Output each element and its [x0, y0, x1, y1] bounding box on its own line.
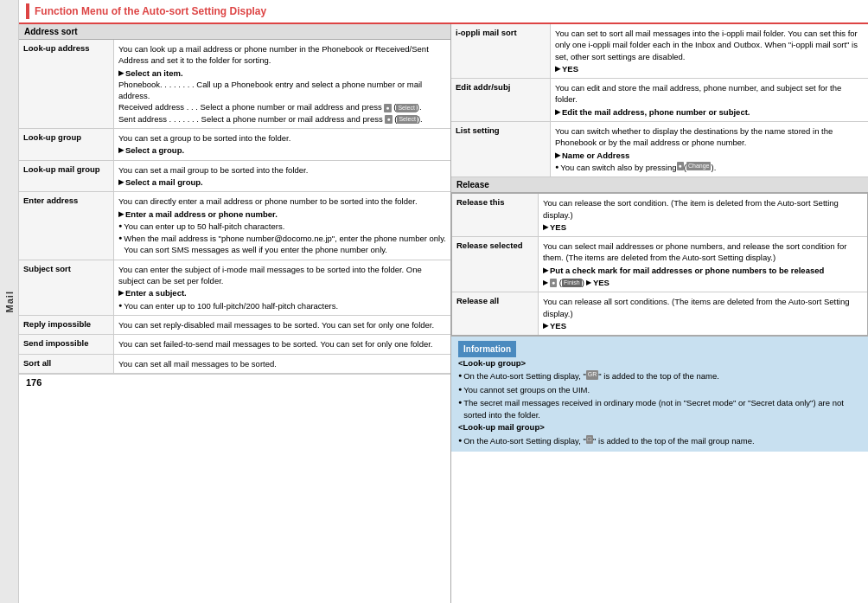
release-table: Release this You can release the sort co…: [451, 193, 868, 336]
table-row: i-oppli mail sort You can set to sort al…: [451, 24, 868, 79]
entry-content-send-impossible: You can set failed-to-send mail messages…: [114, 335, 450, 353]
right-column: i-oppli mail sort You can set to sort al…: [451, 24, 868, 603]
action-yes-release-all: YES: [543, 320, 863, 331]
action-select-group: Select a group.: [118, 144, 446, 156]
info-bullet-gr: On the Auto-sort Setting display, "GR" i…: [458, 370, 861, 382]
received-addr-text: Received address . . . Select a phone nu…: [118, 102, 422, 112]
table-row: Enter address You can directly enter a m…: [19, 192, 450, 260]
action-yes-ioppli: YES: [555, 63, 864, 74]
info-subheader-lookup-mailgroup: <Look-up mail group>: [458, 422, 545, 432]
entry-content-list-setting: You can switch whether to display the de…: [551, 122, 868, 176]
action-edit-mailaddr: Edit the mail address, phone number or s…: [555, 106, 864, 118]
select-button-icon: ●: [384, 104, 391, 112]
address-sort-header: Address sort: [19, 24, 450, 40]
action-name-or-address: Name or Address: [555, 150, 864, 161]
bullet-icon: ●: [550, 279, 557, 287]
info-bullet-mailgroup: On the Auto-sort Setting display, "□" is…: [458, 435, 861, 447]
action-select-item: Select an item.: [118, 67, 446, 79]
entry-label-enter-address: Enter address: [19, 192, 114, 259]
entry-label-edit-addr: Edit addr/subj: [451, 79, 551, 121]
entry-content-enter-address: You can directly enter a mail address or…: [114, 192, 450, 259]
info-box: Information <Look-up group> On the Auto-…: [451, 336, 868, 452]
finish-label-icon: Finish: [562, 279, 582, 287]
sent-addr-text: Sent address . . . . . . . Select a phon…: [118, 114, 423, 124]
release-label-all: Release all: [452, 292, 539, 335]
release-content-selected: You can select mail addresses or phone n…: [539, 237, 867, 292]
table-row: Reply impossible You can set reply-disab…: [19, 316, 450, 335]
entry-content-sort-all: You can set all mail messages to be sort…: [114, 355, 450, 373]
columns: Address sort Look-up address You can loo…: [19, 24, 868, 603]
table-row: Edit addr/subj You can edit and store th…: [451, 79, 868, 122]
entry-content-lookup-mailgroup: You can set a mail group to be sorted in…: [114, 161, 450, 192]
sidebar: Mail: [0, 0, 19, 603]
action-yes-release-this: YES: [543, 221, 863, 233]
select-button-icon2: ●: [385, 115, 392, 124]
table-row: Look-up mail group You can set a mail gr…: [19, 161, 450, 193]
bullet-halfpitch: You can enter up to 50 half-pitch charac…: [118, 221, 446, 232]
table-row: Release all You can release all sort con…: [452, 292, 867, 335]
table-row: Send impossible You can set failed-to-se…: [19, 335, 450, 354]
finish-action-line: ▶ ● (Finish) ▶ YES: [543, 277, 610, 288]
entry-label-lookup-mailgroup: Look-up mail group: [19, 161, 114, 192]
table-row: List setting You can switch whether to d…: [451, 122, 868, 177]
entry-content-reply-impossible: You can set reply-disabled mail messages…: [114, 316, 450, 334]
table-row: Release this You can release the sort co…: [452, 194, 867, 237]
info-header: Information: [458, 341, 516, 357]
camera-icon: ●: [677, 162, 684, 170]
entry-content-lookup-group: You can set a group to be sorted into th…: [114, 129, 450, 160]
release-content-all: You can release all sort conditions. (Th…: [539, 292, 867, 335]
action-enter-mailaddr: Enter a mail address or phone number.: [118, 208, 446, 220]
phonebook-text: Phonebook. . . . . . . . Call up a Phone…: [118, 80, 422, 100]
page-number: 176: [19, 374, 450, 390]
entry-label-reply-impossible: Reply impossible: [19, 316, 114, 334]
table-row: Sort all You can set all mail messages t…: [19, 355, 450, 374]
mailgroup-icon: □: [586, 435, 593, 445]
release-content-this: You can release the sort condition. (The…: [539, 194, 867, 236]
table-row: Release selected You can select mail add…: [452, 237, 867, 292]
action-select-mailgroup: Select a mail group.: [118, 176, 446, 188]
bullet-change: You can switch also by pressing ● (Chang…: [555, 162, 864, 173]
entry-content-ioppli: You can set to sort all mail messages in…: [551, 24, 868, 78]
left-column: Address sort Look-up address You can loo…: [19, 24, 451, 603]
entry-label-ioppli: i-oppli mail sort: [451, 24, 551, 78]
entry-content-subject-sort: You can enter the subject of i-mode mail…: [114, 260, 450, 315]
entry-label-list-setting: List setting: [451, 122, 551, 176]
page-title: Function Menu of the Auto-sort Setting D…: [35, 5, 266, 17]
entry-label-send-impossible: Send impossible: [19, 335, 114, 353]
action-enter-subject: Enter a subject.: [118, 287, 446, 298]
action-put-checkmark: Put a check mark for mail addresses or p…: [543, 265, 863, 276]
select-label-icon: Select: [396, 104, 416, 112]
gr-icon: GR: [586, 370, 599, 380]
table-row: Look-up address You can look up a mail a…: [19, 40, 450, 129]
entry-content-edit-addr: You can edit and store the mail address,…: [551, 79, 868, 121]
info-bullet-uim: You cannot set groups on the UIM.: [458, 384, 861, 396]
release-header: Release: [451, 177, 868, 193]
bullet-fullpitch: You can enter up to 100 full-pitch/200 h…: [118, 300, 446, 311]
sidebar-label: Mail: [4, 291, 15, 312]
entry-label-lookup-group: Look-up group: [19, 129, 114, 160]
top-banner: Function Menu of the Auto-sort Setting D…: [19, 0, 868, 24]
bullet-phonenumber: When the mail address is "phone number@d…: [118, 233, 446, 256]
banner-bar: [26, 3, 29, 19]
table-row: Subject sort You can enter the subject o…: [19, 260, 450, 316]
entry-content-lookup-address: You can look up a mail address or phone …: [114, 40, 450, 128]
select-label-icon2: Select: [397, 115, 417, 124]
release-label-this: Release this: [452, 194, 539, 236]
info-subheader-lookup-group: <Look-up group>: [458, 358, 526, 368]
info-bullet-secret: The secret mail messages received in ord…: [458, 397, 861, 422]
release-label-selected: Release selected: [452, 237, 539, 292]
entry-label-lookup-address: Look-up address: [19, 40, 114, 128]
table-row: Look-up group You can set a group to be …: [19, 129, 450, 161]
entry-label-subject-sort: Subject sort: [19, 260, 114, 315]
main-content: Function Menu of the Auto-sort Setting D…: [19, 0, 868, 603]
entry-label-sort-all: Sort all: [19, 355, 114, 373]
change-label-icon: Change: [686, 162, 712, 170]
